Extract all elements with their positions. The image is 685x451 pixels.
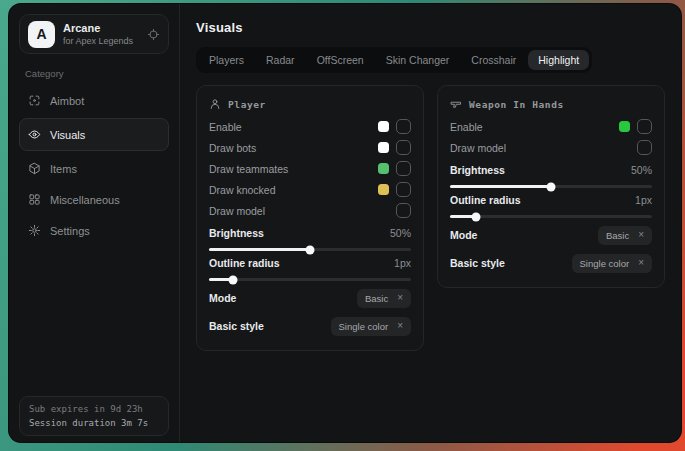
- session-duration-text: Session duration 3m 7s: [29, 418, 159, 428]
- toggle-label: Draw bots: [209, 142, 256, 154]
- sub-expiry-text: Sub expires in 9d 23h: [29, 404, 159, 414]
- app-logo: A: [28, 21, 55, 48]
- color-swatch[interactable]: [378, 121, 389, 132]
- toggle-label: Enable: [209, 121, 242, 133]
- color-swatch[interactable]: [378, 163, 389, 174]
- slider-head: Brightness50%: [209, 227, 411, 239]
- toggle-controls: [378, 140, 411, 155]
- category-label: Category: [25, 68, 163, 79]
- toggle-label: Enable: [450, 121, 483, 133]
- sidebar-item-label: Aimbot: [50, 95, 84, 107]
- viewfinder-icon: [28, 94, 41, 107]
- sidebar-item-settings[interactable]: Settings: [19, 217, 169, 244]
- tab-crosshair[interactable]: Crosshair: [461, 50, 526, 70]
- slider-fill: [209, 248, 310, 251]
- close-icon[interactable]: ×: [397, 321, 403, 331]
- select-row-basic-style: Basic styleSingle color×: [450, 252, 652, 274]
- sidebar-item-label: Items: [50, 163, 77, 175]
- mode-select[interactable]: Basic×: [357, 289, 411, 308]
- slider-value: 1px: [635, 194, 652, 206]
- sidebar-item-visuals[interactable]: Visuals: [19, 118, 169, 151]
- panels-container: PlayerEnableDraw botsDraw teammatesDraw …: [196, 85, 665, 351]
- select-row-basic-style: Basic styleSingle color×: [209, 315, 411, 337]
- package-icon: [28, 162, 41, 175]
- color-swatch[interactable]: [619, 121, 630, 132]
- panel-weapon-in-hands: Weapon In HandsEnableDraw modelBrightnes…: [437, 85, 665, 288]
- checkbox[interactable]: [396, 203, 411, 218]
- toggle-controls: [637, 140, 652, 155]
- gear-icon: [28, 224, 41, 237]
- sidebar-item-aimbot[interactable]: Aimbot: [19, 87, 169, 114]
- slider-row-brightness: Brightness50%: [450, 164, 652, 188]
- select-row-mode: ModeBasic×: [209, 287, 411, 309]
- toggle-label: Draw teammates: [209, 163, 288, 175]
- selected-value: Single color: [580, 258, 630, 269]
- mode-select[interactable]: Basic×: [598, 226, 652, 245]
- toggle-row-draw-model: Draw model: [450, 137, 652, 158]
- basic-style-select[interactable]: Single color×: [331, 317, 411, 336]
- slider-track[interactable]: [450, 185, 652, 188]
- close-icon[interactable]: ×: [638, 258, 644, 268]
- checkbox[interactable]: [396, 140, 411, 155]
- gun-icon: [450, 98, 462, 110]
- checkbox[interactable]: [396, 182, 411, 197]
- slider-thumb[interactable]: [229, 275, 238, 284]
- page-title: Visuals: [196, 20, 665, 35]
- slider-thumb[interactable]: [472, 212, 481, 221]
- close-icon[interactable]: ×: [638, 230, 644, 240]
- sidebar-item-miscellaneous[interactable]: Miscellaneous: [19, 186, 169, 213]
- basic-style-select[interactable]: Single color×: [572, 254, 652, 273]
- checkbox[interactable]: [637, 140, 652, 155]
- sidebar-item-items[interactable]: Items: [19, 155, 169, 182]
- main-content: Visuals PlayersRadarOffScreenSkin Change…: [180, 4, 681, 442]
- slider-track[interactable]: [209, 248, 411, 251]
- sidebar: A Arcane for Apex Legends Category Aimbo…: [9, 4, 180, 442]
- brand-card: A Arcane for Apex Legends: [19, 14, 169, 54]
- toggle-label: Draw model: [209, 205, 265, 217]
- slider-head: Outline radius1px: [209, 257, 411, 269]
- checkbox[interactable]: [396, 119, 411, 134]
- crosshair-icon[interactable]: [147, 28, 160, 41]
- subscription-status-card: Sub expires in 9d 23h Session duration 3…: [19, 396, 169, 436]
- slider-thumb[interactable]: [306, 245, 315, 254]
- slider-row-brightness: Brightness50%: [209, 227, 411, 251]
- close-icon[interactable]: ×: [397, 293, 403, 303]
- toggle-controls: [378, 161, 411, 176]
- toggle-row-draw-model: Draw model: [209, 200, 411, 221]
- slider-value: 1px: [394, 257, 411, 269]
- checkbox[interactable]: [396, 161, 411, 176]
- toggle-row-enable: Enable: [209, 116, 411, 137]
- color-swatch[interactable]: [378, 142, 389, 153]
- toggle-row-draw-bots: Draw bots: [209, 137, 411, 158]
- toggle-controls: [378, 182, 411, 197]
- tab-skin-changer[interactable]: Skin Changer: [376, 50, 460, 70]
- panel-header: Player: [209, 98, 411, 110]
- checkbox[interactable]: [637, 119, 652, 134]
- tab-radar[interactable]: Radar: [256, 50, 305, 70]
- toggle-label: Draw model: [450, 142, 506, 154]
- select-label: Basic style: [450, 257, 505, 269]
- slider-track[interactable]: [450, 215, 652, 218]
- slider-head: Brightness50%: [450, 164, 652, 176]
- select-label: Basic style: [209, 320, 264, 332]
- panel-title: Player: [228, 99, 266, 110]
- eye-icon: [28, 128, 41, 141]
- person-icon: [209, 98, 221, 110]
- slider-label: Brightness: [450, 164, 505, 176]
- tab-bar: PlayersRadarOffScreenSkin ChangerCrossha…: [196, 47, 592, 73]
- tab-offscreen[interactable]: OffScreen: [307, 50, 374, 70]
- tab-highlight[interactable]: Highlight: [528, 50, 589, 70]
- slider-track[interactable]: [209, 278, 411, 281]
- sidebar-nav: AimbotVisualsItemsMiscellaneousSettings: [19, 87, 169, 244]
- select-label: Mode: [450, 229, 477, 241]
- toggle-controls: [378, 119, 411, 134]
- selected-value: Basic: [606, 230, 629, 241]
- slider-head: Outline radius1px: [450, 194, 652, 206]
- toggle-label: Draw knocked: [209, 184, 276, 196]
- tab-players[interactable]: Players: [199, 50, 254, 70]
- select-row-mode: ModeBasic×: [450, 224, 652, 246]
- sidebar-item-label: Miscellaneous: [50, 194, 120, 206]
- selected-value: Basic: [365, 293, 388, 304]
- color-swatch[interactable]: [378, 184, 389, 195]
- slider-thumb[interactable]: [547, 182, 556, 191]
